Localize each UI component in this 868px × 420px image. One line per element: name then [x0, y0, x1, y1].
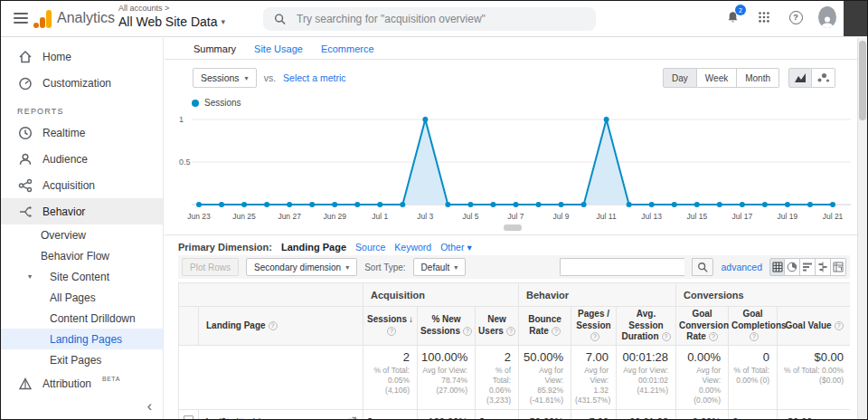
column-header-sessions[interactable]: Sessions↓? — [363, 307, 418, 346]
chart-point[interactable] — [830, 202, 835, 207]
column-header-pages-session[interactable]: Pages / Session? — [571, 307, 617, 346]
chart-point[interactable] — [694, 202, 700, 207]
help-icon[interactable]: ? — [662, 332, 671, 341]
column-header-goal-completions[interactable]: Goal Completions? — [729, 307, 778, 346]
dimension-other[interactable]: Other ▾ — [440, 242, 471, 253]
percentage-view-button[interactable] — [785, 258, 800, 276]
sidebar-item-realtime[interactable]: Realtime — [1, 119, 163, 146]
chart-point[interactable] — [354, 202, 360, 207]
sidebar-item-acquisition[interactable]: Acquisition — [1, 172, 163, 198]
sidebar-item-home[interactable]: Home — [1, 43, 163, 70]
content-hscrollbar-thumb[interactable] — [504, 224, 522, 231]
chart-point[interactable] — [332, 202, 337, 207]
chart-point[interactable] — [536, 202, 542, 207]
column-header-new-users[interactable]: New Users? — [476, 307, 519, 346]
account-selector[interactable]: All accounts > All Web Site Data ▾ — [118, 5, 225, 28]
chart-point[interactable] — [264, 202, 269, 207]
help-button[interactable]: ? — [787, 8, 805, 26]
sort-type-button[interactable]: Default ▾ — [413, 258, 467, 276]
advanced-link[interactable]: advanced — [721, 262, 762, 272]
notifications-button[interactable]: 2 — [723, 8, 741, 26]
menu-icon[interactable] — [14, 13, 28, 24]
column-header-goal-value[interactable]: Goal Value? — [778, 307, 850, 346]
chart-point[interactable] — [649, 202, 655, 207]
chart-point[interactable] — [241, 202, 247, 207]
chart-point[interactable] — [309, 202, 315, 207]
row-checkbox[interactable] — [184, 415, 193, 419]
sidebar-item-attribution[interactable]: Attribution BETA — [1, 370, 163, 396]
chart-point[interactable] — [807, 202, 813, 207]
sidebar-item-site-content[interactable]: ▾ Site Content — [1, 266, 163, 287]
help-icon[interactable]: ? — [463, 327, 472, 336]
chart-point[interactable] — [400, 202, 405, 207]
chart-point[interactable] — [377, 202, 382, 207]
table-search-input[interactable] — [560, 258, 684, 276]
sidebar-item-audience[interactable]: Audience — [1, 146, 163, 172]
performance-view-button[interactable] — [800, 258, 816, 276]
line-chart-button[interactable] — [788, 68, 812, 88]
chart-point[interactable] — [514, 202, 519, 207]
table-search-button[interactable] — [692, 258, 713, 276]
global-search-input[interactable] — [295, 12, 585, 26]
chart-point[interactable] — [717, 202, 722, 207]
sidebar-item-behavior[interactable]: Behavior — [1, 198, 163, 224]
sidebar-item-behavior-flow[interactable]: Behavior Flow — [1, 245, 163, 266]
tab-ecommerce[interactable]: Ecommerce — [321, 43, 374, 54]
granularity-month-button[interactable]: Month — [737, 68, 779, 88]
global-search[interactable] — [263, 7, 596, 31]
column-header-bounce-rate[interactable]: Bounce Rate? — [519, 307, 571, 346]
dimension-keyword[interactable]: Keyword — [394, 242, 431, 253]
column-header-new-sessions[interactable]: % New Sessions? — [418, 307, 476, 346]
help-icon[interactable]: ? — [750, 332, 759, 341]
sidebar-item-customization[interactable]: Customization — [1, 70, 163, 96]
granularity-day-button[interactable]: Day — [663, 68, 697, 88]
comparison-view-button[interactable] — [816, 258, 831, 276]
sidebar-item-exit-pages[interactable]: Exit Pages — [1, 349, 163, 370]
page-scrollbar-thumb[interactable] — [859, 41, 866, 120]
sidebar-item-all-pages[interactable]: All Pages — [1, 287, 163, 308]
chart-point[interactable] — [581, 202, 587, 207]
chart-point[interactable] — [490, 202, 495, 207]
sidebar-item-content-drilldown[interactable]: Content Drilldown — [1, 308, 163, 329]
metric-selector-dropdown[interactable]: Sessions ▾ — [193, 68, 257, 88]
chart-point[interactable] — [672, 202, 677, 207]
help-icon[interactable]: ? — [387, 327, 396, 336]
help-icon[interactable]: ? — [709, 332, 718, 341]
sidebar-collapse-button[interactable]: ‹ — [147, 399, 152, 414]
chart-point[interactable] — [196, 202, 202, 207]
dimension-landing-page[interactable]: Landing Page — [281, 242, 346, 253]
chart-point[interactable] — [467, 202, 473, 207]
chart-point[interactable] — [422, 117, 428, 122]
help-icon[interactable]: ? — [552, 327, 561, 336]
chart-point[interactable] — [559, 202, 564, 207]
secondary-dimension-button[interactable]: Secondary dimension ▾ — [246, 258, 357, 276]
help-icon[interactable]: ? — [269, 321, 278, 330]
chart-point[interactable] — [762, 202, 768, 207]
help-icon[interactable]: ? — [506, 327, 515, 336]
select-metric-link[interactable]: Select a metric — [283, 72, 345, 83]
dimension-source[interactable]: Source — [355, 242, 385, 253]
data-view-button[interactable] — [769, 258, 785, 276]
chart-point[interactable] — [740, 202, 745, 207]
chart-point[interactable] — [604, 117, 609, 122]
help-icon[interactable]: ? — [590, 332, 599, 341]
pivot-view-button[interactable] — [831, 258, 846, 276]
landing-page-link[interactable]: /?twitterbio= — [218, 416, 342, 419]
column-header-avg-session-duration[interactable]: Avg. Session Duration? — [617, 307, 676, 346]
chart-point[interactable] — [627, 202, 632, 207]
motion-chart-button[interactable] — [812, 68, 835, 88]
plot-rows-button[interactable]: Plot Rows — [182, 258, 239, 276]
chart-point[interactable] — [785, 202, 790, 207]
apps-grid-button[interactable] — [755, 8, 773, 26]
sidebar-item-overview[interactable]: Overview — [1, 224, 163, 245]
column-header-landing-page[interactable]: Landing Page? — [199, 307, 363, 346]
external-link-icon[interactable] — [347, 416, 357, 419]
page-scrollbar[interactable] — [857, 38, 867, 419]
column-header-goal-conversion-rate[interactable]: Goal Conversion Rate? — [676, 307, 729, 346]
sidebar-item-landing-pages[interactable]: Landing Pages — [1, 329, 163, 349]
chart-point[interactable] — [287, 202, 292, 207]
chart-point[interactable] — [445, 202, 450, 207]
tab-summary[interactable]: Summary — [193, 43, 236, 54]
granularity-week-button[interactable]: Week — [697, 68, 737, 88]
chart-point[interactable] — [219, 202, 224, 207]
